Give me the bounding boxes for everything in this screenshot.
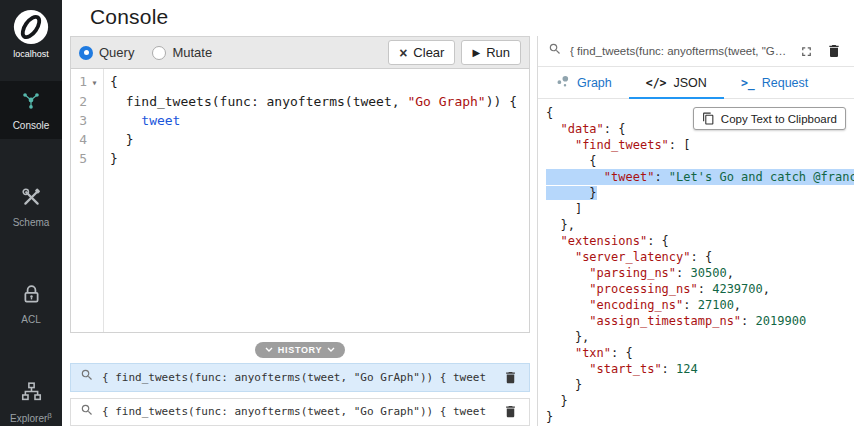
- trash-icon: [503, 404, 518, 419]
- sidebar-item-label: ACL: [21, 314, 40, 325]
- code-line: {: [546, 153, 854, 169]
- code-line: },: [546, 217, 854, 233]
- query-mode-radio[interactable]: Query: [79, 45, 134, 60]
- history-pill-row: HISTORY: [70, 338, 530, 357]
- code-line: 4 }: [71, 130, 529, 149]
- lock-icon: [21, 284, 42, 309]
- history-query-text: { find_tweets(func: anyofterms(tweet, "G…: [102, 371, 493, 384]
- sitemap-icon: [21, 381, 42, 406]
- dgraph-logo-icon: [13, 9, 49, 45]
- mutate-mode-radio[interactable]: Mutate: [152, 45, 212, 60]
- query-toolbar: Query Mutate × Clear ▶: [71, 37, 529, 69]
- terminal-icon: >_: [741, 76, 755, 90]
- clear-button[interactable]: × Clear: [388, 40, 455, 65]
- query-editor[interactable]: 1▾{2 find_tweets(func: anyofterms(tweet,…: [71, 69, 529, 332]
- code-line: }: [546, 377, 854, 393]
- history-item[interactable]: { find_tweets(func: anyofterms(tweet, "G…: [70, 363, 530, 392]
- code-icon: </>: [646, 76, 667, 90]
- json-code: { "data": { "find_tweets": [ { "tweet": …: [546, 105, 854, 425]
- result-topbar: { find_tweets(func: anyofterms(tweet, "G…: [538, 36, 854, 67]
- result-query-preview: { find_tweets(func: anyofterms(tweet, "G…: [570, 45, 789, 57]
- search-icon: [80, 403, 94, 421]
- code-line: 2 find_tweets(func: anyofterms(tweet, "G…: [71, 92, 529, 111]
- json-response[interactable]: Copy Text to Clipboard { "data": { "find…: [538, 99, 854, 426]
- code-line: "server_latency": {: [546, 249, 854, 265]
- radio-checked-icon: [79, 46, 93, 60]
- code-line: "txn": {: [546, 345, 854, 361]
- query-mode-label: Query: [99, 45, 134, 60]
- app-window: localhost Console: [0, 0, 854, 426]
- run-button[interactable]: ▶ Run: [461, 40, 521, 65]
- bubble-chart-icon: [555, 74, 570, 92]
- page-header: Console: [62, 0, 854, 36]
- sidebar-item-schema[interactable]: Schema: [0, 179, 62, 236]
- expand-button[interactable]: [797, 42, 816, 61]
- chevron-down-icon: [265, 347, 273, 352]
- tab-request[interactable]: >_ Request: [724, 67, 825, 98]
- sidebar-item-explorer[interactable]: Explorerβ: [0, 373, 62, 426]
- code-line: ]: [546, 201, 854, 217]
- tools-icon: [21, 187, 42, 212]
- code-line: "start_ts": 124: [546, 361, 854, 377]
- query-panel: Query Mutate × Clear ▶: [70, 36, 530, 333]
- code-line: }: [546, 393, 854, 409]
- result-tabs: Graph </> JSON >_ Request: [538, 67, 854, 99]
- search-icon: [548, 42, 562, 60]
- tab-json[interactable]: </> JSON: [629, 67, 724, 98]
- trash-icon: [503, 370, 518, 385]
- sidebar: localhost Console: [0, 0, 62, 426]
- history-toggle[interactable]: HISTORY: [255, 342, 345, 358]
- sidebar-item-label: Explorerβ: [10, 411, 52, 424]
- delete-history-button[interactable]: [501, 402, 520, 421]
- query-column: Query Mutate × Clear ▶: [62, 36, 537, 426]
- chevron-down-icon: [327, 347, 335, 352]
- sidebar-item-label: Schema: [13, 217, 50, 228]
- code-line: },: [546, 329, 854, 345]
- beta-badge: β: [47, 411, 52, 420]
- clipboard-icon: [702, 112, 715, 125]
- run-play-icon: ▶: [472, 48, 480, 58]
- clear-x-icon: ×: [399, 46, 407, 60]
- delete-history-button[interactable]: [501, 368, 520, 387]
- fullscreen-icon: [799, 44, 814, 59]
- trash-icon: [826, 43, 842, 59]
- code-line: }: [546, 185, 854, 201]
- copy-to-clipboard-button[interactable]: Copy Text to Clipboard: [693, 107, 846, 130]
- delete-result-button[interactable]: [824, 41, 844, 61]
- code-line: "parsing_ns": 30500,: [546, 265, 854, 281]
- code-line: "assign_timestamp_ns": 2019900: [546, 313, 854, 329]
- sidebar-item-console[interactable]: Console: [0, 81, 62, 139]
- code-line: }: [546, 409, 854, 425]
- history-item[interactable]: { find_tweets(func: anyofterms(tweet, "G…: [70, 398, 530, 426]
- code-line: "extensions": {: [546, 233, 854, 249]
- code-line: 1▾{: [71, 72, 529, 92]
- graph-nodes-icon: [20, 89, 42, 115]
- mutate-mode-label: Mutate: [172, 45, 212, 60]
- sidebar-item-acl[interactable]: ACL: [0, 276, 62, 333]
- tab-graph[interactable]: Graph: [538, 67, 629, 98]
- sidebar-item-label: Console: [13, 120, 50, 131]
- sidebar-nav: Console Schema: [0, 81, 62, 426]
- server-selector[interactable]: localhost: [0, 0, 62, 65]
- page-title: Console: [90, 5, 854, 29]
- code-line: "encoding_ns": 27100,: [546, 297, 854, 313]
- radio-unchecked-icon: [152, 46, 166, 60]
- code-line: 5}: [71, 149, 529, 168]
- code-line: 3 tweet: [71, 111, 529, 130]
- code-line: "tweet": "Let's Go and catch @francesc: [546, 169, 854, 185]
- server-label: localhost: [13, 49, 49, 59]
- code-line: "processing_ns": 4239700,: [546, 281, 854, 297]
- search-icon: [80, 368, 94, 386]
- history-query-text: { find_tweets(func: anyofterms(tweet, "G…: [102, 405, 493, 418]
- code-line: "find_tweets": [: [546, 137, 854, 153]
- results-panel: { find_tweets(func: anyofterms(tweet, "G…: [537, 36, 854, 426]
